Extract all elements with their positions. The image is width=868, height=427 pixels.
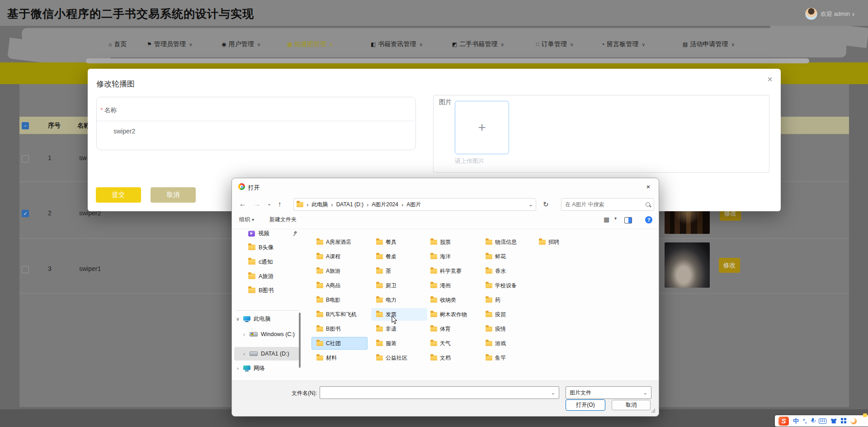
folder-item[interactable]: 餐具 <box>371 236 427 248</box>
folder-item[interactable]: 疫苗 <box>481 308 537 321</box>
chevron-expanded-icon[interactable]: ∨ <box>236 316 240 322</box>
view-mode-caret[interactable]: ▾ <box>614 216 617 221</box>
modal-cancel-button[interactable]: 取消 <box>151 187 196 203</box>
upload-image-button[interactable]: + <box>455 101 509 154</box>
ime-toolbar[interactable]: S 中 °, <box>775 415 868 427</box>
nav-item-activity-apply-mgmt[interactable]: ▤ 活动申请管理 ∨ <box>683 40 735 48</box>
folder-item[interactable]: 收纳类 <box>425 294 481 306</box>
folder-item[interactable]: 疫情 <box>481 323 537 335</box>
chevron-collapsed-icon[interactable]: › <box>242 332 246 337</box>
folder-item[interactable]: 天气 <box>425 337 481 350</box>
emoji-icon[interactable] <box>850 418 857 424</box>
folder-item[interactable]: A房屋酒店 <box>311 236 368 248</box>
ime-punctuation-icon[interactable]: °, <box>803 418 807 424</box>
sidebar-item-b-avatar[interactable]: B头像 <box>248 241 274 254</box>
sidebar-item-network[interactable]: › 网络 <box>236 362 265 375</box>
folder-item[interactable]: 公益社区 <box>371 351 427 364</box>
nav-item-message-board-mgmt[interactable]: ◔ 留言板管理 ∨ <box>601 40 645 48</box>
resize-grip[interactable] <box>651 409 655 413</box>
dialog-cancel-button[interactable]: 取消 <box>612 400 651 410</box>
nav-item-user-mgmt[interactable]: ◉ 用户管理 ∨ <box>222 40 261 48</box>
folder-item[interactable]: 鲜花 <box>481 250 537 263</box>
row-checkbox[interactable] <box>22 155 29 162</box>
folder-item[interactable]: 物流信息 <box>481 236 537 248</box>
folder-item[interactable]: B电影 <box>311 294 368 306</box>
toolbox-icon[interactable] <box>841 418 843 420</box>
folder-item[interactable]: 材料 <box>311 351 368 364</box>
folder-item[interactable]: A旅游 <box>311 265 368 277</box>
preview-pane-icon[interactable] <box>624 217 632 223</box>
name-field[interactable]: *名称 swiper2 <box>96 97 416 150</box>
breadcrumb[interactable]: › 此电脑 › DATA1 (D:) › A图片2024 › A图片 ⌄ <box>293 198 536 211</box>
folder-item[interactable]: 厨卫 <box>371 279 427 292</box>
folder-item[interactable]: 电力 <box>371 294 427 306</box>
help-icon[interactable]: ? <box>645 216 652 223</box>
up-button[interactable]: ↑ <box>278 200 282 208</box>
sidebar-item-b-books[interactable]: B图书 <box>248 284 274 297</box>
folder-item[interactable]: 文档 <box>425 351 481 364</box>
microphone-icon[interactable] <box>811 418 815 424</box>
folder-item-hovered[interactable]: 发票 <box>371 308 427 321</box>
sidebar-scrollbar[interactable] <box>299 313 301 368</box>
breadcrumb-folder-current[interactable]: A图片 <box>406 201 421 209</box>
chevron-collapsed-icon[interactable]: › <box>242 351 246 356</box>
folder-item[interactable]: 学校设备 <box>481 279 537 292</box>
keyboard-icon[interactable] <box>819 418 826 424</box>
skin-icon[interactable] <box>830 418 837 423</box>
file-type-select[interactable]: 图片文件 ⌄ <box>566 386 651 399</box>
folder-item[interactable]: 招聘 <box>534 236 590 248</box>
sidebar-item-drive-d[interactable]: › DATA1 (D:) <box>242 347 289 360</box>
breadcrumb-this-pc[interactable]: 此电脑 <box>311 201 328 209</box>
back-button[interactable]: ← <box>239 200 246 208</box>
chevron-collapsed-icon[interactable]: › <box>236 365 240 371</box>
folder-item[interactable]: 服装 <box>371 337 427 350</box>
folder-item[interactable]: 餐桌 <box>371 250 427 263</box>
edit-button[interactable]: 修改 <box>719 258 740 273</box>
close-icon[interactable]: × <box>763 72 777 86</box>
folder-item[interactable]: 茶 <box>371 265 427 277</box>
refresh-icon[interactable]: ↻ <box>543 200 549 209</box>
row-checkbox[interactable] <box>22 266 29 273</box>
nav-item-secondhand-book-mgmt[interactable]: ◩ 二手书籍管理 ∨ <box>452 40 504 48</box>
folder-item[interactable]: B汽车和飞机 <box>311 308 368 321</box>
sidebar-item-a-travel[interactable]: A旅游 <box>248 270 274 283</box>
recent-locations-caret[interactable]: ⌄ <box>267 201 271 207</box>
folder-item[interactable]: 药 <box>481 294 537 306</box>
folder-item[interactable]: 体育 <box>425 323 481 335</box>
folder-item[interactable]: 漫画 <box>425 279 481 292</box>
folder-item[interactable]: 香水 <box>481 265 537 277</box>
nav-item-admin-mgmt[interactable]: ⚑ 管理员管理 ∨ <box>147 40 193 48</box>
breadcrumb-folder-2024[interactable]: A图片2024 <box>372 201 398 209</box>
select-all-checkbox[interactable]: − <box>22 122 29 129</box>
sidebar-item-videos[interactable]: 视频 <box>248 227 302 240</box>
search-input[interactable]: 在 A图片 中搜索 <box>561 198 654 211</box>
nav-item-home[interactable]: ⌂ 首页 <box>108 40 127 48</box>
filename-input[interactable] <box>324 389 551 396</box>
nav-item-carousel-mgmt[interactable]: ▦ 轮播图管理 ∨ <box>287 40 333 48</box>
folder-item[interactable]: A课程 <box>311 250 368 263</box>
folder-item-selected[interactable]: C社团 <box>311 337 368 350</box>
sidebar-item-this-pc[interactable]: ∨ 此电脑 <box>236 313 271 325</box>
submit-button[interactable]: 提交 <box>96 187 141 203</box>
breadcrumb-drive-d[interactable]: DATA1 (D:) <box>336 201 363 208</box>
ime-chinese-mode[interactable]: 中 <box>793 417 799 425</box>
address-dropdown-caret[interactable]: ⌄ <box>528 201 533 208</box>
folder-item[interactable]: A商品 <box>311 279 368 292</box>
scrollbar-thumb[interactable] <box>86 58 809 63</box>
view-mode-icon[interactable]: ▦ <box>604 216 609 223</box>
open-button[interactable]: 打开(O) <box>566 399 605 411</box>
folder-item[interactable]: B图书 <box>311 323 368 335</box>
welcome-admin[interactable]: 欢迎 admin ∨ <box>821 10 855 18</box>
row-checkbox-checked[interactable]: ✓ <box>22 210 29 217</box>
caret-down-icon[interactable]: ⌄ <box>551 390 555 396</box>
organize-button[interactable]: 组织 ▾ <box>239 216 254 223</box>
nav-item-order-mgmt[interactable]: ∷ 订单管理 ∨ <box>536 40 574 48</box>
folder-item[interactable]: 非遗 <box>371 323 427 335</box>
nav-item-book-info-mgmt[interactable]: ◧ 书籍资讯管理 ∨ <box>371 40 423 48</box>
folder-item[interactable]: 科学竞赛 <box>425 265 481 277</box>
sidebar-item-c-notice[interactable]: c通知 <box>248 256 273 268</box>
sidebar-item-drive-c[interactable]: › Windows (C:) <box>242 328 295 341</box>
name-input-value[interactable]: swiper2 <box>113 128 135 135</box>
new-folder-button[interactable]: 新建文件夹 <box>269 216 297 223</box>
folder-item[interactable]: 鱼竿 <box>481 351 537 364</box>
